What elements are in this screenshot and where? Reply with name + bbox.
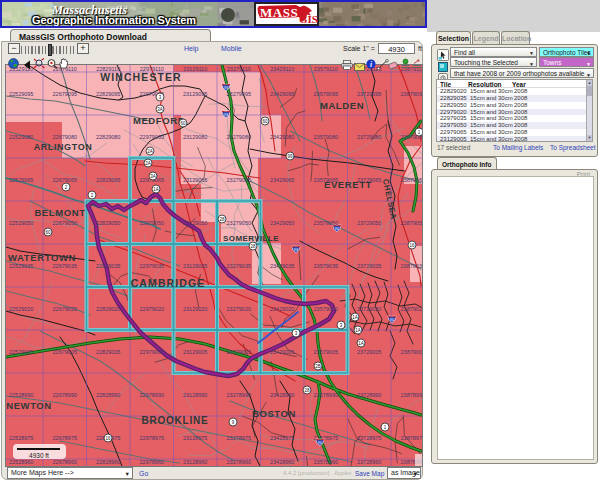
svg-text:23278960: 23278960: [227, 459, 251, 465]
svg-text:23278975: 23278975: [227, 435, 251, 441]
svg-text:BELMONT: BELMONT: [34, 207, 85, 218]
svg-text:90: 90: [390, 318, 394, 322]
svg-text:3A: 3A: [150, 174, 156, 179]
svg-text:22679095: 22679095: [53, 91, 77, 97]
svg-text:1A: 1A: [355, 328, 361, 333]
svg-text:22829095: 22829095: [96, 91, 120, 97]
svg-text:23879065: 23879065: [401, 177, 422, 183]
svg-text:ARLINGTON: ARLINGTON: [34, 142, 93, 152]
svg-text:23579110: 23579110: [314, 66, 338, 72]
svg-text:22979020: 22979020: [140, 306, 164, 312]
svg-text:23728975: 23728975: [357, 435, 381, 441]
svg-text:23729095: 23729095: [357, 91, 381, 97]
svg-text:23279035: 23279035: [227, 263, 251, 269]
svg-text:23279065: 23279065: [227, 177, 251, 183]
svg-text:22678975: 22678975: [53, 435, 77, 441]
svg-text:23429110: 23429110: [270, 66, 294, 72]
svg-text:22529080: 22529080: [9, 134, 33, 140]
svg-text:22979035: 22979035: [140, 263, 164, 269]
svg-text:23129110: 23129110: [183, 66, 207, 72]
svg-text:23129035: 23129035: [183, 263, 207, 269]
svg-text:2A: 2A: [147, 149, 153, 154]
svg-text:23579080: 23579080: [314, 134, 338, 140]
svg-text:22829050: 22829050: [96, 220, 120, 226]
svg-text:23278990: 23278990: [227, 392, 251, 398]
svg-text:2A: 2A: [145, 161, 151, 166]
svg-text:WINCHESTER: WINCHESTER: [100, 71, 182, 83]
svg-text:23729020: 23729020: [357, 306, 381, 312]
svg-text:22529020: 22529020: [9, 306, 33, 312]
svg-text:23128975: 23128975: [183, 435, 207, 441]
svg-text:22828960: 22828960: [96, 459, 120, 465]
svg-text:22829020: 22829020: [96, 306, 120, 312]
svg-text:90: 90: [318, 441, 322, 445]
svg-text:22528960: 22528960: [9, 459, 33, 465]
svg-text:60: 60: [262, 119, 268, 124]
svg-text:3A: 3A: [157, 107, 163, 112]
svg-text:WATERTOWN: WATERTOWN: [8, 252, 76, 263]
svg-text:2B: 2B: [315, 364, 321, 369]
svg-text:23129080: 23129080: [183, 134, 207, 140]
svg-text:22978960: 22978960: [140, 459, 164, 465]
svg-text:23579095: 23579095: [314, 91, 338, 97]
svg-text:23879020: 23879020: [401, 306, 422, 312]
svg-text:BROOKLINE: BROOKLINE: [141, 415, 208, 426]
svg-text:22528990: 22528990: [9, 392, 33, 398]
svg-text:23579005: 23579005: [314, 349, 338, 355]
svg-text:22679035: 22679035: [53, 263, 77, 269]
svg-text:23429080: 23429080: [270, 134, 294, 140]
svg-text:23879005: 23879005: [401, 349, 422, 355]
svg-text:23428975: 23428975: [270, 435, 294, 441]
svg-text:28: 28: [250, 244, 256, 249]
svg-text:22829065: 22829065: [96, 177, 120, 183]
svg-text:23878975: 23878975: [401, 435, 422, 441]
svg-text:22829080: 22829080: [96, 134, 120, 140]
svg-text:22679020: 22679020: [53, 306, 77, 312]
svg-text:23129065: 23129065: [183, 177, 207, 183]
svg-text:22828990: 22828990: [96, 392, 120, 398]
svg-text:CAMBRIDGE: CAMBRIDGE: [131, 277, 206, 289]
svg-text:EVERETT: EVERETT: [324, 179, 372, 190]
svg-text:23429035: 23429035: [270, 263, 294, 269]
svg-text:22529005: 22529005: [9, 349, 33, 355]
svg-text:16: 16: [409, 243, 415, 248]
svg-text:4930 ft: 4930 ft: [29, 452, 49, 459]
svg-text:23279110: 23279110: [227, 66, 251, 72]
svg-text:22979005: 22979005: [140, 349, 164, 355]
svg-text:23279005: 23279005: [227, 349, 251, 355]
svg-text:28: 28: [219, 217, 225, 222]
svg-text:23429065: 23429065: [270, 177, 294, 183]
svg-text:22528975: 22528975: [9, 435, 33, 441]
svg-text:BOSTON: BOSTON: [252, 408, 296, 419]
svg-text:16: 16: [105, 436, 111, 441]
svg-text:23728990: 23728990: [357, 392, 381, 398]
svg-text:22979080: 22979080: [140, 134, 164, 140]
svg-text:MEDFORD: MEDFORD: [133, 115, 185, 126]
svg-text:23279050: 23279050: [227, 220, 251, 226]
svg-text:22679005: 22679005: [53, 349, 77, 355]
svg-text:22679050: 22679050: [53, 220, 77, 226]
svg-text:23579050: 23579050: [314, 220, 338, 226]
svg-text:23279080: 23279080: [227, 134, 251, 140]
svg-text:60: 60: [45, 230, 51, 235]
svg-text:23579035: 23579035: [314, 263, 338, 269]
svg-text:22529050: 22529050: [9, 220, 33, 226]
svg-text:23728960: 23728960: [357, 459, 381, 465]
svg-text:1A: 1A: [352, 315, 358, 320]
svg-text:99: 99: [287, 154, 293, 159]
svg-text:90: 90: [335, 227, 339, 231]
svg-text:93: 93: [224, 113, 228, 117]
svg-text:23428960: 23428960: [270, 459, 294, 465]
svg-text:22979050: 22979050: [140, 220, 164, 226]
svg-text:1A: 1A: [153, 187, 159, 192]
svg-text:NEWTON: NEWTON: [6, 400, 52, 411]
svg-text:23429005: 23429005: [270, 349, 294, 355]
svg-text:23578990: 23578990: [314, 392, 338, 398]
svg-text:22679065: 22679065: [53, 177, 77, 183]
svg-text:23129095: 23129095: [183, 91, 207, 97]
svg-text:23729080: 23729080: [357, 134, 381, 140]
svg-text:23429050: 23429050: [270, 220, 294, 226]
svg-text:93: 93: [294, 248, 298, 252]
svg-text:22679080: 22679080: [53, 134, 77, 140]
svg-text:22678960: 22678960: [53, 459, 77, 465]
